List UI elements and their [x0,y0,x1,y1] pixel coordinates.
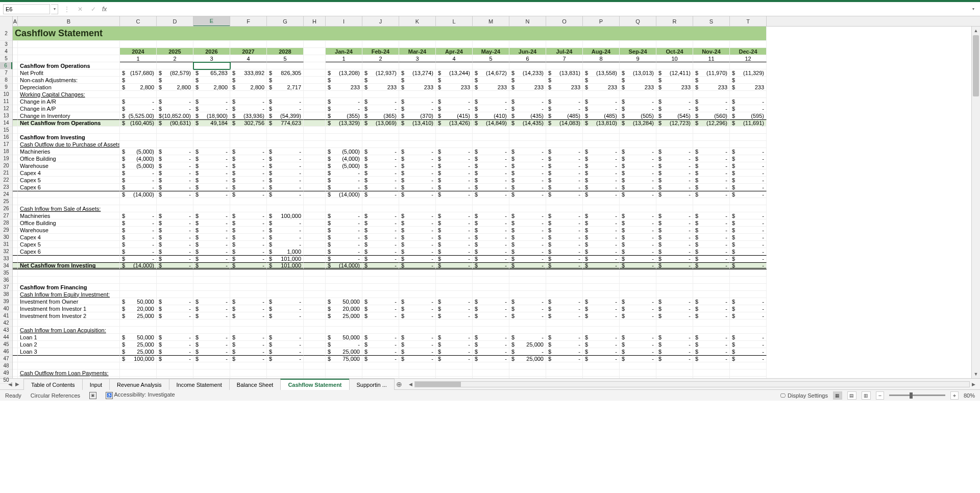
cell[interactable] [230,369,267,377]
cell[interactable]: $- [473,184,509,191]
cell[interactable]: $- [583,219,620,227]
cell[interactable]: $- [620,155,656,162]
cell[interactable]: $- [326,177,362,184]
cell[interactable] [13,269,18,277]
cell[interactable] [362,369,399,377]
cell[interactable] [326,127,362,134]
cell[interactable] [509,327,546,334]
zoom-level[interactable]: 80% [964,392,975,399]
cell[interactable]: $- [620,227,656,234]
cell[interactable] [656,205,693,212]
row-header-35[interactable]: 35 [0,269,12,277]
cell[interactable] [693,319,730,327]
cell[interactable]: $- [436,184,473,191]
cell[interactable] [693,269,730,277]
period-number[interactable]: 2 [157,55,193,62]
cell[interactable] [509,291,546,298]
cell[interactable]: $- [436,155,473,162]
row-label[interactable]: Non-cash Adjustments: [18,77,120,84]
cell[interactable]: $- [509,212,546,219]
month-header[interactable]: Mar-24 [399,48,436,55]
cell[interactable]: $- [546,234,583,241]
cell[interactable]: $- [399,312,436,319]
cell[interactable]: $- [473,262,509,269]
cell[interactable] [436,327,473,334]
cell[interactable]: $- [399,184,436,191]
row-label[interactable]: Cashflow from Operations [18,62,120,69]
col-header-L[interactable]: L [436,16,473,26]
cell[interactable]: $- [157,262,193,269]
cell[interactable]: $- [436,248,473,255]
cell[interactable]: $(750) [656,377,693,378]
cell[interactable]: $(82,579) [157,69,193,77]
cell[interactable] [583,269,620,277]
cell[interactable] [399,134,436,141]
year-header[interactable]: 2026 [193,48,230,55]
cell[interactable]: $233 [730,84,767,91]
cell[interactable]: $- [436,105,473,112]
cell[interactable]: $- [230,227,267,234]
cell[interactable]: $(14,672) [473,69,509,77]
row-header-15[interactable]: 15 [0,127,12,134]
cell[interactable]: $- [267,241,304,248]
cell[interactable]: $- [730,169,767,177]
cell[interactable]: $- [583,341,620,348]
cell[interactable]: $- [693,255,730,262]
cell[interactable] [120,369,157,377]
row-header-49[interactable]: 49 [0,369,12,377]
col-header-S[interactable]: S [693,16,730,26]
cell[interactable]: $- [120,255,157,262]
row-header-8[interactable]: 8 [0,77,12,84]
cell[interactable] [620,319,656,327]
cell[interactable] [13,62,18,69]
cell[interactable] [436,284,473,291]
cell[interactable]: $(13,069) [362,119,399,127]
row-label[interactable]: Warehouse [18,227,120,234]
cell[interactable] [304,219,326,227]
cell[interactable]: $- [473,234,509,241]
cell[interactable]: $(160,405) [120,119,157,127]
cell[interactable] [362,91,399,98]
cell[interactable]: $- [583,169,620,177]
cell[interactable]: $- [656,177,693,184]
cell[interactable]: $- [730,234,767,241]
cell[interactable] [13,169,18,177]
cell[interactable]: $2,800 [193,84,230,91]
cell[interactable] [546,362,583,369]
row-label[interactable]: Cash Inflow from Loan Acquisition: [18,327,120,334]
cell[interactable]: $- [509,312,546,319]
cell[interactable]: $- [620,255,656,262]
cell[interactable] [399,141,436,148]
cell[interactable]: $- [193,191,230,198]
cell[interactable]: $- [693,334,730,341]
cell[interactable] [230,362,267,369]
cell[interactable] [230,41,267,48]
cell[interactable]: $- [326,98,362,105]
cell[interactable]: $- [267,298,304,305]
cell[interactable] [656,291,693,298]
cell[interactable]: $233 [583,84,620,91]
cell[interactable]: $- [193,148,230,155]
cell[interactable] [13,362,18,369]
cell[interactable]: $- [693,184,730,191]
cell[interactable] [193,127,230,134]
cell[interactable]: $- [473,98,509,105]
month-header[interactable]: Oct-24 [656,48,693,55]
cell[interactable]: $(410) [473,112,509,119]
cell[interactable] [693,41,730,48]
cell[interactable] [304,112,326,119]
cell[interactable]: $- [656,248,693,255]
cell[interactable] [656,91,693,98]
col-header-B[interactable]: B [18,16,120,26]
cell[interactable]: $(11,231) [267,377,304,378]
cell[interactable] [399,91,436,98]
cell[interactable] [193,327,230,334]
cell[interactable]: $- [656,255,693,262]
cell[interactable] [304,362,326,369]
cell[interactable]: $- [656,234,693,241]
cell[interactable] [193,91,230,98]
cell[interactable] [583,327,620,334]
cell[interactable]: $- [436,162,473,169]
cell[interactable]: $- [436,177,473,184]
cell[interactable]: $- [693,105,730,112]
